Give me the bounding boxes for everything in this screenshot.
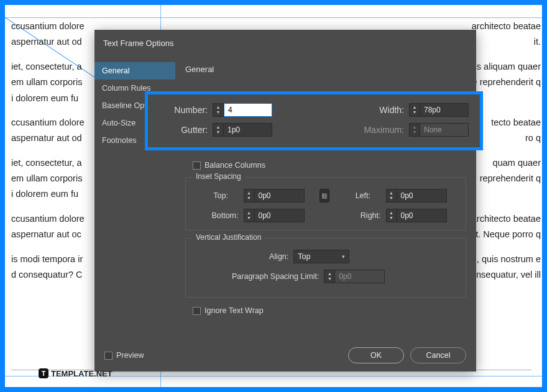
chevron-down-icon: ▾ xyxy=(342,253,345,260)
align-label: Align: xyxy=(269,252,288,261)
top-label: Top: xyxy=(195,191,228,200)
maximum-label: Maximum: xyxy=(364,125,404,135)
psl-stepper[interactable]: ▲▼ xyxy=(324,270,335,283)
right-stepper[interactable]: ▲▼ xyxy=(386,209,397,222)
maximum-field: None xyxy=(420,123,469,137)
ok-button[interactable]: OK xyxy=(348,347,404,363)
left-stepper[interactable]: ▲▼ xyxy=(386,189,397,203)
vertical-justification-group: Vertical Justification Align: Top ▾ Para… xyxy=(185,238,466,298)
width-label: Width: xyxy=(379,105,404,115)
vjust-legend: Vertical Justification xyxy=(192,233,265,242)
logo-text: TEMPLATE.NET xyxy=(51,369,113,378)
gutter-label: Gutter: xyxy=(159,125,208,135)
right-field[interactable]: 0p0 xyxy=(397,209,447,222)
number-label: Number: xyxy=(159,105,208,115)
gutter-field[interactable]: 1p0 xyxy=(224,123,272,137)
sidebar-item-general[interactable]: General xyxy=(94,62,175,80)
preview-checkbox[interactable] xyxy=(104,352,113,360)
gutter-stepper[interactable]: ▲▼ xyxy=(213,123,224,137)
left-label: Left: xyxy=(343,191,370,200)
horizontal-guide-top xyxy=(0,17,547,18)
text-frame-options-dialog: Text Frame Options General Column Rules … xyxy=(94,30,476,371)
bottom-field[interactable]: 0p0 xyxy=(255,209,305,222)
left-field[interactable]: 0p0 xyxy=(397,189,447,203)
columns-highlight-region: Number: ▲▼ 4 Width: ▲▼ 78p0 Gutter: ▲▼ 1… xyxy=(145,91,483,150)
balance-columns-checkbox[interactable] xyxy=(193,162,201,170)
template-net-logo: T TEMPLATE.NET xyxy=(39,368,113,378)
width-stepper[interactable]: ▲▼ xyxy=(409,103,420,117)
right-label: Right: xyxy=(343,211,381,220)
inset-legend: Inset Spacing xyxy=(192,172,245,181)
bottom-label: Bottom: xyxy=(195,211,239,220)
preview-label: Preview xyxy=(116,351,144,360)
psl-field[interactable]: 0p0 xyxy=(335,270,385,283)
maximum-stepper: ▲▼ xyxy=(409,123,420,137)
psl-label: Paragraph Spacing Limit: xyxy=(232,272,319,281)
inset-spacing-group: Inset Spacing Top: ▲▼0p0 ⛓ Left: ▲▼0p0 B… xyxy=(185,177,466,230)
panel-heading: General xyxy=(185,65,466,74)
balance-columns-label: Balance Columns xyxy=(205,161,265,170)
link-icon[interactable]: ⛓ xyxy=(319,189,329,203)
logo-badge: T xyxy=(39,368,48,378)
bottom-stepper[interactable]: ▲▼ xyxy=(244,209,255,222)
width-field[interactable]: 78p0 xyxy=(420,103,469,117)
align-value: Top xyxy=(298,252,310,261)
dialog-footer: Preview OK Cancel xyxy=(94,339,476,371)
ignore-text-wrap-label: Ignore Text Wrap xyxy=(205,306,264,315)
number-stepper[interactable]: ▲▼ xyxy=(213,103,224,117)
align-select[interactable]: Top ▾ xyxy=(293,250,349,263)
number-field[interactable]: 4 xyxy=(224,103,272,117)
top-field[interactable]: 0p0 xyxy=(255,189,305,203)
ignore-text-wrap-checkbox[interactable] xyxy=(193,307,201,315)
dialog-title: Text Frame Options xyxy=(103,39,173,48)
cancel-button[interactable]: Cancel xyxy=(410,347,466,363)
top-stepper[interactable]: ▲▼ xyxy=(244,189,255,203)
